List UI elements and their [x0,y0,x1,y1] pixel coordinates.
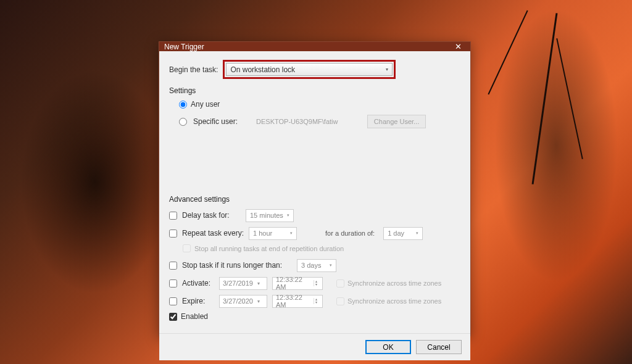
chevron-down-icon: ▾ [330,263,332,268]
begin-task-value: On workstation lock [230,65,295,74]
titlebar[interactable]: New Trigger ✕ [159,42,470,51]
activate-sync-label: Synchronize across time zones [347,279,441,287]
stop-all-checkbox [183,244,191,252]
chevron-down-icon: ▾ [290,231,293,236]
chevron-down-icon: ▾ [386,67,388,72]
specific-user-radio[interactable] [179,118,187,126]
delay-task-checkbox[interactable] [169,212,177,220]
any-user-label: Any user [191,100,220,109]
activate-checkbox[interactable] [169,279,177,287]
specific-user-label: Specific user: [193,117,238,126]
expire-sync-label: Synchronize across time zones [347,297,441,305]
stop-if-checkbox[interactable] [169,262,177,270]
ok-button[interactable]: OK [365,340,411,354]
enabled-checkbox[interactable] [169,313,177,321]
duration-combo[interactable]: 1 day ▾ [383,227,423,240]
change-user-button[interactable]: Change User... [367,115,426,128]
expire-checkbox[interactable] [169,297,177,305]
stop-all-label: Stop all running tasks at end of repetit… [194,245,344,252]
expire-sync-checkbox [336,297,344,305]
specific-user-value: DESKTOP-U63Q9MF\fatiw [256,118,361,125]
new-trigger-dialog: New Trigger ✕ Begin the task: On worksta… [159,41,471,336]
spinner-icon[interactable]: ▴▾ [314,298,321,304]
duration-label: for a duration of: [325,230,375,237]
stop-if-label: Stop task if it runs longer than: [182,261,292,270]
activate-time-input[interactable]: 12:33:22 AM ▴▾ [272,277,323,290]
dialog-content: Begin the task: On workstation lock ▾ Se… [159,51,470,333]
expire-date-input[interactable]: 3/27/2020 ▾ [219,295,267,308]
enabled-label: Enabled [181,312,208,321]
calendar-icon: ▾ [257,281,264,286]
repeat-task-checkbox[interactable] [169,230,177,238]
settings-group: Settings Any user Specific user: DESKTOP… [169,86,460,128]
delay-task-combo[interactable]: 15 minutes ▾ [246,209,294,222]
begin-task-label: Begin the task: [169,65,218,74]
chevron-down-icon: ▾ [287,213,289,218]
activate-sync-checkbox [336,279,344,287]
calendar-icon: ▾ [257,299,264,304]
advanced-settings-group: Advanced settings Delay task for: 15 min… [169,195,460,321]
delay-task-label: Delay task for: [182,211,241,220]
advanced-group-title: Advanced settings [169,195,460,204]
dialog-title: New Trigger [164,43,451,51]
activate-label: Activate: [182,279,214,287]
close-icon[interactable]: ✕ [451,42,465,51]
any-user-radio[interactable] [179,101,187,109]
chevron-down-icon: ▾ [416,231,418,236]
begin-task-highlight: On workstation lock ▾ [223,60,396,79]
spinner-icon[interactable]: ▴▾ [314,280,321,286]
repeat-task-combo[interactable]: 1 hour ▾ [249,227,297,240]
activate-date-input[interactable]: 3/27/2019 ▾ [219,277,267,290]
cancel-button[interactable]: Cancel [416,340,462,354]
repeat-task-label: Repeat task every: [182,229,244,238]
expire-time-input[interactable]: 12:33:22 AM ▴▾ [272,295,323,308]
dialog-footer: OK Cancel [159,333,470,360]
settings-group-title: Settings [169,86,460,95]
stop-if-combo[interactable]: 3 days ▾ [297,259,336,272]
begin-task-dropdown[interactable]: On workstation lock ▾ [226,63,393,76]
expire-label: Expire: [182,297,214,305]
